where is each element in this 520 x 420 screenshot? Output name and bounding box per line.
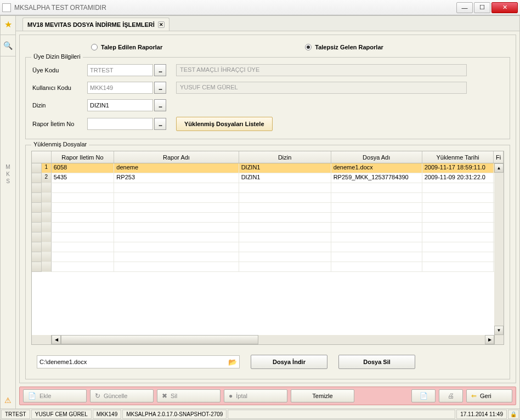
maximize-button[interactable]: ☐ bbox=[474, 2, 490, 13]
window-title: MKSALPHA TEST ORTAMIDIR bbox=[14, 4, 456, 12]
close-button[interactable]: ✕ bbox=[491, 2, 518, 13]
app-icon bbox=[2, 3, 11, 12]
minimize-button[interactable]: — bbox=[456, 2, 473, 13]
window-titlebar: MKSALPHA TEST ORTAMIDIR — ☐ ✕ bbox=[0, 0, 520, 15]
